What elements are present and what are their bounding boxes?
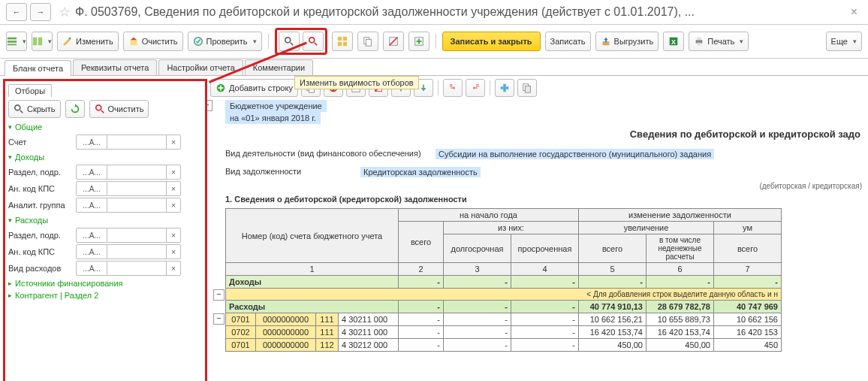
data-table: Номер (код) счета бюджетного учетана нач… xyxy=(225,208,782,352)
write-button[interactable]: Записать xyxy=(545,32,591,51)
filters-tab[interactable]: Отборы xyxy=(8,84,52,97)
svg-rect-13 xyxy=(342,37,346,41)
cn7: 7 xyxy=(714,263,782,276)
ct-btn-10[interactable] xyxy=(517,79,537,97)
filter-input[interactable]: ...А...× xyxy=(76,261,181,276)
print-button[interactable]: Печать xyxy=(689,32,749,51)
clear-field-icon[interactable]: × xyxy=(167,261,181,276)
th-vsego1: всего xyxy=(399,222,444,263)
filter-input[interactable]: ...А...× xyxy=(76,181,181,196)
copy-button[interactable] xyxy=(357,32,378,51)
add-green-button[interactable] xyxy=(408,32,429,51)
view1-button[interactable] xyxy=(6,32,27,51)
svg-point-10 xyxy=(309,38,314,43)
filter-label: Вид расходов xyxy=(8,264,76,273)
filter-group-Контрагент | Раздел 2[interactable]: ▸ Контрагент | Раздел 2 xyxy=(8,289,202,301)
table-row[interactable]: 070100000000001124 30212 000---450,00450… xyxy=(226,339,782,352)
filter-input[interactable]: ...А...× xyxy=(76,165,181,180)
cn5: 5 xyxy=(579,263,646,276)
th-of: из них: xyxy=(444,222,579,234)
svg-line-30 xyxy=(20,110,23,113)
collapse-icon[interactable]: − xyxy=(207,100,212,111)
table-row[interactable]: 070200000000001114 30211 000---16 420 15… xyxy=(226,326,782,339)
svg-rect-12 xyxy=(337,37,341,41)
svg-line-9 xyxy=(290,43,293,46)
favorite-icon[interactable]: ☆ xyxy=(59,4,71,20)
expand-inc-icon[interactable]: − xyxy=(213,289,225,301)
svg-text:Я: Я xyxy=(450,83,453,88)
add-hint-row[interactable]: < Для добавления строк выделите данную о… xyxy=(226,289,782,301)
svg-point-8 xyxy=(285,38,290,43)
hide-label: Скрыть xyxy=(27,104,56,113)
org-name: Бюджетное учреждение xyxy=(225,100,327,112)
clear-field-icon[interactable]: × xyxy=(167,198,181,213)
svg-rect-0 xyxy=(8,38,17,40)
svg-rect-3 xyxy=(33,38,37,46)
layout1-button[interactable] xyxy=(332,32,353,51)
expand-exp-icon[interactable]: − xyxy=(213,313,225,325)
filter-input[interactable]: ...А...× xyxy=(76,135,181,150)
category-income-row[interactable]: Доходы------ xyxy=(226,276,782,289)
separator xyxy=(436,34,436,49)
th-start: на начало года xyxy=(399,209,579,222)
check-label: Проверить xyxy=(206,37,248,46)
upload-button[interactable]: Выгрузить xyxy=(595,32,659,51)
check-button[interactable]: Проверить xyxy=(188,32,262,51)
svg-line-32 xyxy=(101,110,104,113)
svg-rect-50 xyxy=(501,86,504,89)
excel-button[interactable]: X xyxy=(663,32,684,51)
th-dec: ум xyxy=(714,222,782,234)
upload-label: Выгрузить xyxy=(614,37,654,46)
svg-text:Я: Я xyxy=(476,83,479,88)
cancel-red-button[interactable] xyxy=(383,32,404,51)
svg-rect-53 xyxy=(525,86,530,92)
ct-btn-8[interactable]: Я xyxy=(466,79,485,97)
clear-filters-button[interactable]: Очистить xyxy=(89,100,149,118)
category-expense-row[interactable]: Расходы---40 774 910,1328 679 782,7840 7… xyxy=(226,301,782,313)
clear-field-icon[interactable]: × xyxy=(167,228,181,243)
filters-panel: Отборы Скрыть Очистить ▾ ОбщиеСчет...А..… xyxy=(3,79,207,381)
filter-label: Ан. код КПС xyxy=(8,184,76,193)
th-nn: в том числе неденежные расчеты xyxy=(646,234,714,263)
refresh-button[interactable] xyxy=(65,100,85,118)
more-button[interactable]: Еще xyxy=(826,32,862,51)
add-row-button[interactable]: Добавить строку xyxy=(210,79,298,97)
activity-label: Вид деятельности (вид финансового обеспе… xyxy=(225,149,436,159)
filter-input[interactable]: ...А...× xyxy=(76,244,181,259)
cn6: 6 xyxy=(646,263,714,276)
edit-button[interactable]: Изменить xyxy=(57,32,119,51)
svg-rect-1 xyxy=(8,41,17,43)
svg-rect-2 xyxy=(8,44,17,46)
filter-input[interactable]: ...А...× xyxy=(76,228,181,243)
section-title: 1. Сведения о дебиторской (кредиторской)… xyxy=(225,195,862,204)
clear-field-icon[interactable]: × xyxy=(167,244,181,259)
filter-group-Источники финансирования[interactable]: ▸ Источники финансирования xyxy=(8,277,202,289)
th-code: Номер (код) счета бюджетного учета xyxy=(226,209,399,263)
nav-back-button[interactable]: ← xyxy=(6,3,27,21)
clear-field-icon[interactable]: × xyxy=(167,181,181,196)
debt-value: Кредиторская задолженность xyxy=(360,167,481,177)
cn4: 4 xyxy=(511,263,579,276)
filter-group-Общие[interactable]: ▾ Общие xyxy=(8,121,202,133)
svg-rect-51 xyxy=(506,86,509,89)
table-row[interactable]: 070100000000001114 30211 000---10 662 15… xyxy=(226,313,782,326)
write-close-button[interactable]: Записать и закрыть xyxy=(442,32,541,51)
clear-button[interactable]: Очистить xyxy=(123,32,183,51)
nav-fwd-button[interactable]: → xyxy=(30,3,51,21)
doc-date: на «01» января 2018 г. xyxy=(225,112,321,124)
svg-point-29 xyxy=(15,105,20,110)
filter-group-Доходы[interactable]: ▾ Доходы xyxy=(8,151,202,163)
clear-field-icon[interactable]: × xyxy=(167,165,181,180)
tab-req[interactable]: Реквизиты отчета xyxy=(73,59,157,75)
tab-blank[interactable]: Бланк отчета xyxy=(5,60,71,76)
ct-btn-7[interactable]: Я xyxy=(443,79,463,97)
filter-group-Расходы[interactable]: ▾ Расходы xyxy=(8,214,202,226)
th-inc: увеличение xyxy=(579,222,714,234)
close-icon[interactable]: × xyxy=(846,5,862,19)
hide-filters-button[interactable]: Скрыть xyxy=(8,100,61,118)
clear-field-icon[interactable]: × xyxy=(167,135,181,150)
svg-line-11 xyxy=(314,43,317,46)
filter-input[interactable]: ...А...× xyxy=(76,198,181,213)
ct-btn-9[interactable] xyxy=(495,79,514,97)
view2-button[interactable] xyxy=(32,32,53,51)
